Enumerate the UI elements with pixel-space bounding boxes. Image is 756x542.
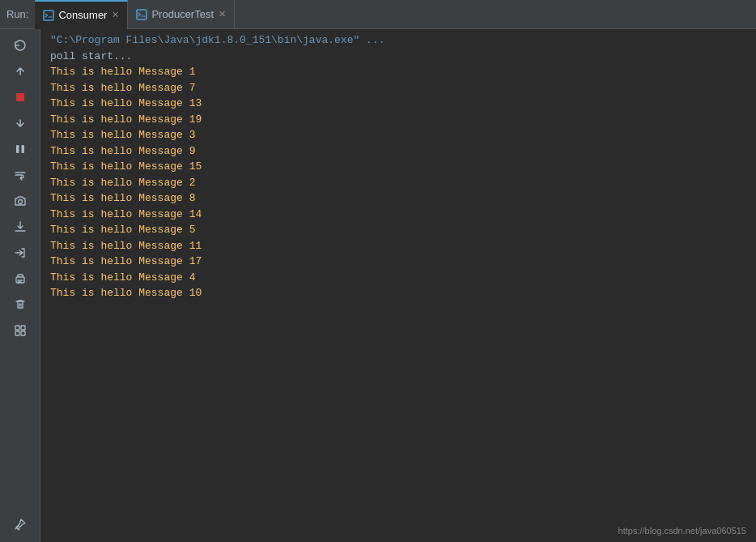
- console-line: This is hello Message 10: [40, 285, 756, 301]
- svg-rect-4: [16, 93, 24, 101]
- print-button[interactable]: [8, 267, 32, 290]
- main-area: "C:\Program Files\Java\jdk1.8.0_151\bin\…: [0, 29, 756, 542]
- console-line: This is hello Message 11: [40, 238, 756, 254]
- console-line: This is hello Message 13: [40, 96, 756, 112]
- svg-rect-0: [44, 11, 53, 20]
- console-line: "C:\Program Files\Java\jdk1.8.0_151\bin\…: [40, 32, 756, 49]
- console-line: This is hello Message 1: [40, 64, 756, 80]
- svg-point-7: [18, 200, 22, 204]
- console-line: poll start...: [40, 49, 756, 65]
- tab-producertest[interactable]: ProducerTest ✕: [128, 0, 235, 29]
- svg-rect-16: [21, 331, 25, 335]
- pin-button[interactable]: [8, 513, 32, 536]
- console-icon-2: [136, 9, 147, 20]
- tab-consumer[interactable]: Consumer ✕: [35, 0, 128, 29]
- svg-rect-5: [16, 145, 19, 153]
- console-line: This is hello Message 3: [40, 127, 756, 143]
- stop-button[interactable]: [8, 86, 32, 109]
- console-line: This is hello Message 19: [40, 112, 756, 128]
- svg-rect-6: [21, 145, 24, 153]
- tab-consumer-close[interactable]: ✕: [112, 10, 119, 20]
- grid-button[interactable]: [8, 319, 32, 342]
- tab-bar: Run: Consumer ✕ ProducerTest ✕: [0, 0, 756, 29]
- console-line: This is hello Message 4: [40, 270, 756, 286]
- console-line: This is hello Message 5: [40, 222, 756, 238]
- rerun-button[interactable]: [8, 34, 32, 57]
- delete-button[interactable]: [8, 293, 32, 316]
- tab-producertest-label: ProducerTest: [151, 8, 214, 20]
- console-line: This is hello Message 9: [40, 143, 756, 160]
- console-line: This is hello Message 14: [40, 207, 756, 223]
- tab-producertest-close[interactable]: ✕: [219, 9, 226, 19]
- console-line: This is hello Message 17: [40, 254, 756, 270]
- svg-rect-2: [137, 10, 147, 19]
- console-output[interactable]: "C:\Program Files\Java\jdk1.8.0_151\bin\…: [40, 29, 756, 542]
- console-line: This is hello Message 15: [40, 159, 756, 175]
- svg-rect-13: [15, 326, 19, 330]
- watermark: https://blog.csdn.net/java060515: [618, 526, 746, 536]
- wrap-button[interactable]: [8, 164, 32, 186]
- scroll-up-button[interactable]: [8, 60, 32, 83]
- svg-rect-15: [15, 331, 19, 335]
- run-label: Run:: [6, 8, 28, 20]
- console-line: This is hello Message 8: [40, 190, 756, 207]
- console-line: This is hello Message 7: [40, 80, 756, 96]
- console-icon: [43, 10, 54, 21]
- camera-button[interactable]: [8, 190, 32, 212]
- console-line: This is hello Message 2: [40, 175, 756, 191]
- svg-rect-14: [21, 326, 25, 330]
- tab-consumer-label: Consumer: [58, 9, 107, 21]
- download-button[interactable]: [8, 216, 32, 238]
- pause-button[interactable]: [8, 138, 32, 160]
- scroll-down-button[interactable]: [8, 112, 32, 134]
- exit-button[interactable]: [8, 241, 32, 264]
- left-toolbar: [0, 29, 40, 542]
